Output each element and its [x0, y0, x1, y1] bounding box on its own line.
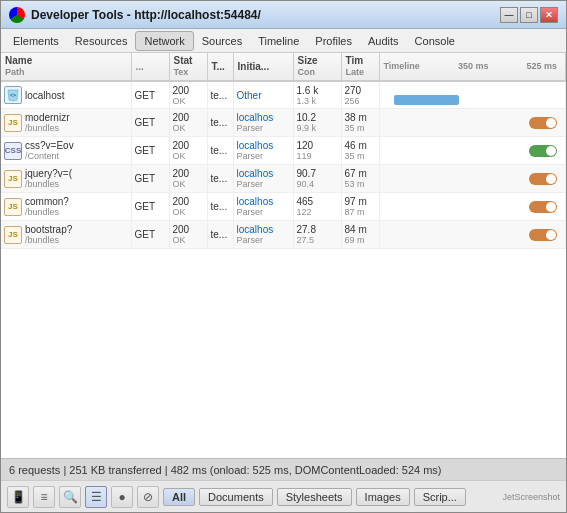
type-cell: te...	[207, 137, 233, 165]
initiator-cell: localhosParser	[233, 109, 293, 137]
col-header-status[interactable]: Stat Tex	[169, 53, 207, 81]
window-title: Developer Tools - http://localhost:54484…	[31, 8, 500, 22]
file-name: localhost	[25, 90, 64, 101]
menu-bar: Elements Resources Network Sources Timel…	[1, 29, 566, 53]
time-cell: 46 m35 m	[341, 137, 379, 165]
title-bar-buttons: — □ ✕	[500, 7, 558, 23]
col-header-time[interactable]: Tim Late	[341, 53, 379, 81]
col-header-type[interactable]: T...	[207, 53, 233, 81]
col-header-method[interactable]: ...	[131, 53, 169, 81]
menu-resources[interactable]: Resources	[67, 32, 136, 50]
status-cell: 200OK	[169, 221, 207, 249]
type-cell: te...	[207, 165, 233, 193]
timeline-cell	[379, 221, 566, 249]
method-cell: GET	[131, 165, 169, 193]
js-file-icon: JS	[4, 170, 22, 188]
col-header-timeline[interactable]: Timeline 350 ms 525 ms	[379, 53, 566, 81]
initiator-cell: Other	[233, 81, 293, 109]
filter-images-btn[interactable]: Images	[356, 488, 410, 506]
network-table: Name Path ... Stat Tex T...	[1, 53, 566, 249]
table-row[interactable]: JScommon?/bundlesGET200OKte...localhosPa…	[1, 193, 566, 221]
timeline-cell	[379, 193, 566, 221]
name-cell: JSmodernizr/bundles	[1, 109, 131, 137]
size-cell: 1.6 k1.3 k	[293, 81, 341, 109]
toggle-pill[interactable]	[529, 145, 557, 157]
col-header-initiator[interactable]: Initia...	[233, 53, 293, 81]
initiator-cell: localhosParser	[233, 193, 293, 221]
file-name: common?	[25, 196, 69, 207]
status-cell: 200OK	[169, 137, 207, 165]
file-path: /Content	[25, 151, 74, 161]
timeline-cell	[379, 137, 566, 165]
table-row[interactable]: JSbootstrap?/bundlesGET200OKte...localho…	[1, 221, 566, 249]
size-cell: 90.790.4	[293, 165, 341, 193]
name-cell: <>localhost	[1, 81, 131, 109]
svg-text:<>: <>	[10, 92, 16, 98]
method-cell: GET	[131, 137, 169, 165]
filter-all-btn[interactable]: All	[163, 488, 195, 506]
size-cell: 10.29.9 k	[293, 109, 341, 137]
table-row[interactable]: <>localhostGET200OKte...Other1.6 k1.3 k2…	[1, 81, 566, 109]
name-cell: JScommon?/bundles	[1, 193, 131, 221]
status-cell: 200OK	[169, 165, 207, 193]
type-cell: te...	[207, 81, 233, 109]
table-row[interactable]: CSScss?v=Eov/ContentGET200OKte...localho…	[1, 137, 566, 165]
js-file-icon: JS	[4, 226, 22, 244]
search-icon-btn[interactable]: 🔍	[59, 486, 81, 508]
watermark: JetScreenshot	[502, 492, 560, 502]
list-icon-btn[interactable]: ☰	[85, 486, 107, 508]
time-cell: 38 m35 m	[341, 109, 379, 137]
size-cell: 465122	[293, 193, 341, 221]
record-icon-btn[interactable]: ●	[111, 486, 133, 508]
filter-scripts-btn[interactable]: Scrip...	[414, 488, 466, 506]
chrome-icon	[9, 7, 25, 23]
status-bar: 6 requests | 251 KB transferred | 482 ms…	[1, 458, 566, 480]
toggle-pill[interactable]	[529, 173, 557, 185]
file-path: /bundles	[25, 235, 72, 245]
initiator-cell: localhosParser	[233, 137, 293, 165]
devtools-window: Developer Tools - http://localhost:54484…	[0, 0, 567, 513]
status-cell: 200OK	[169, 109, 207, 137]
menu-network[interactable]: Network	[135, 31, 193, 51]
method-cell: GET	[131, 109, 169, 137]
menu-timeline[interactable]: Timeline	[250, 32, 307, 50]
toggle-pill[interactable]	[529, 229, 557, 241]
file-name: modernizr	[25, 112, 69, 123]
table-row[interactable]: JSmodernizr/bundlesGET200OKte...localhos…	[1, 109, 566, 137]
menu-elements[interactable]: Elements	[5, 32, 67, 50]
toggle-pill[interactable]	[529, 201, 557, 213]
status-text: 6 requests | 251 KB transferred | 482 ms…	[9, 464, 442, 476]
size-cell: 27.827.5	[293, 221, 341, 249]
minimize-button[interactable]: —	[500, 7, 518, 23]
status-cell: 200OK	[169, 193, 207, 221]
initiator-cell: localhosParser	[233, 221, 293, 249]
method-cell: GET	[131, 193, 169, 221]
close-button[interactable]: ✕	[540, 7, 558, 23]
table-row[interactable]: JSjquery?v=(/bundlesGET200OKte...localho…	[1, 165, 566, 193]
menu-audits[interactable]: Audits	[360, 32, 407, 50]
filter-docs-btn[interactable]: Documents	[199, 488, 273, 506]
file-path: /bundles	[25, 207, 69, 217]
menu-profiles[interactable]: Profiles	[307, 32, 360, 50]
time-cell: 67 m53 m	[341, 165, 379, 193]
menu-sources[interactable]: Sources	[194, 32, 250, 50]
file-name: bootstrap?	[25, 224, 72, 235]
console-icon-btn[interactable]: ≡	[33, 486, 55, 508]
name-cell: CSScss?v=Eov/Content	[1, 137, 131, 165]
timeline-cell	[379, 165, 566, 193]
file-path: /bundles	[25, 123, 69, 133]
maximize-button[interactable]: □	[520, 7, 538, 23]
filter-stylesheets-btn[interactable]: Stylesheets	[277, 488, 352, 506]
size-cell: 120119	[293, 137, 341, 165]
network-table-container: Name Path ... Stat Tex T...	[1, 53, 566, 458]
timeline-cell	[379, 81, 566, 109]
name-cell: JSjquery?v=(/bundles	[1, 165, 131, 193]
col-header-name[interactable]: Name Path	[1, 53, 131, 81]
initiator-cell: localhosParser	[233, 165, 293, 193]
toggle-pill[interactable]	[529, 117, 557, 129]
col-header-size[interactable]: Size Con	[293, 53, 341, 81]
clear-icon-btn[interactable]: ⊘	[137, 486, 159, 508]
dock-icon-btn[interactable]: 📱	[7, 486, 29, 508]
menu-console[interactable]: Console	[407, 32, 463, 50]
bottom-toolbar: 📱 ≡ 🔍 ☰ ● ⊘ All Documents Stylesheets Im…	[1, 480, 566, 512]
